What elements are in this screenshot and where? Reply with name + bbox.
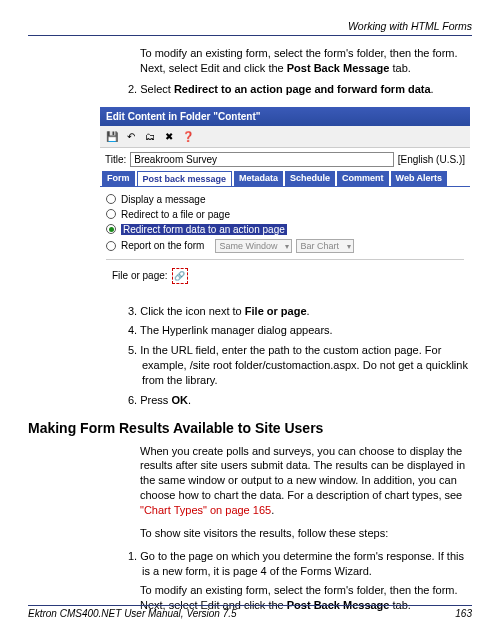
radio-label: Report on the form bbox=[121, 240, 204, 251]
radio-display-message[interactable]: Display a message bbox=[106, 192, 464, 207]
radio-icon-selected[interactable] bbox=[106, 224, 116, 234]
header-right: Working with HTML Forms bbox=[28, 20, 472, 32]
footer-rule bbox=[28, 605, 472, 606]
select-chart[interactable]: Bar Chart bbox=[296, 239, 354, 253]
tab-comment[interactable]: Comment bbox=[337, 171, 389, 186]
undo-icon[interactable]: ↶ bbox=[123, 129, 138, 144]
title-row: Title: [English (U.S.)] bbox=[100, 148, 470, 171]
report-selects: Same Window Bar Chart bbox=[215, 239, 354, 253]
tab-metadata[interactable]: Metadata bbox=[234, 171, 283, 186]
step-b1: 1. Go to the page on which you determine… bbox=[128, 549, 472, 579]
toolbar: 💾 ↶ 🗂 ✖ ❓ bbox=[100, 126, 470, 148]
radio-icon[interactable] bbox=[106, 209, 116, 219]
radio-label: Redirect form data to an action page bbox=[121, 224, 287, 235]
step-3-num: 3. bbox=[128, 305, 137, 317]
step-b1-num: 1. bbox=[128, 550, 137, 562]
para1-text: When you create polls and surveys, you c… bbox=[140, 445, 465, 502]
section-heading: Making Form Results Available to Site Us… bbox=[28, 420, 472, 436]
step-2: 2. Select Redirect to an action page and… bbox=[128, 82, 472, 97]
radio-label: Redirect to a file or page bbox=[121, 209, 230, 220]
step-2-text: Select bbox=[140, 83, 174, 95]
step-5-text: In the URL field, enter the path to the … bbox=[140, 344, 468, 386]
step-4: 4. The Hyperlink manager dialog appears. bbox=[128, 323, 472, 338]
footer-right: 163 bbox=[455, 608, 472, 619]
radio-icon[interactable] bbox=[106, 241, 116, 251]
step-2-tail: . bbox=[431, 83, 434, 95]
footer-left: Ektron CMS400.NET User Manual, Version 7… bbox=[28, 608, 237, 619]
step-b1-text: Go to the page on which you determine th… bbox=[140, 550, 464, 577]
footer: Ektron CMS400.NET User Manual, Version 7… bbox=[28, 605, 472, 619]
intro-tail: tab. bbox=[389, 62, 410, 74]
refresh-icon[interactable]: 🗂 bbox=[142, 129, 157, 144]
save-icon[interactable]: 💾 bbox=[104, 129, 119, 144]
step-4-text: The Hyperlink manager dialog appears. bbox=[140, 324, 333, 336]
chart-types-link[interactable]: "Chart Types" on page 165 bbox=[140, 504, 271, 516]
para1-tail: . bbox=[271, 504, 274, 516]
step-6: 6. Press OK. bbox=[128, 393, 472, 408]
step-2-num: 2. bbox=[128, 83, 137, 95]
intro-bold: Post Back Message bbox=[287, 62, 390, 74]
step-6-text: Press bbox=[140, 394, 171, 406]
step-3: 3. Click the icon next to File or page. bbox=[128, 304, 472, 319]
tab-post-back-message[interactable]: Post back message bbox=[137, 171, 233, 186]
embedded-screenshot: Edit Content in Folder "Content" 💾 ↶ 🗂 ✖… bbox=[100, 107, 470, 294]
radio-report[interactable]: Report on the form Same Window Bar Chart bbox=[106, 237, 464, 255]
radio-icon[interactable] bbox=[106, 194, 116, 204]
radio-redirect-file[interactable]: Redirect to a file or page bbox=[106, 207, 464, 222]
select-window[interactable]: Same Window bbox=[215, 239, 292, 253]
body-para-2: To show site visitors the results, follo… bbox=[140, 526, 472, 541]
body-para-1: When you create polls and surveys, you c… bbox=[140, 444, 472, 518]
intro-paragraph: To modify an existing form, select the f… bbox=[140, 46, 472, 76]
step-3-bold: File or page bbox=[245, 305, 307, 317]
divider bbox=[106, 259, 464, 260]
title-input[interactable] bbox=[130, 152, 393, 167]
step-5-num: 5. bbox=[128, 344, 137, 356]
title-label: Title: bbox=[105, 154, 126, 165]
step-2-bold: Redirect to an action page and forward f… bbox=[174, 83, 431, 95]
file-page-label: File or page: bbox=[112, 270, 168, 281]
step-6-bold: OK bbox=[171, 394, 188, 406]
help-icon[interactable]: ❓ bbox=[180, 129, 195, 144]
tab-form[interactable]: Form bbox=[102, 171, 135, 186]
tab-schedule[interactable]: Schedule bbox=[285, 171, 335, 186]
radio-label: Display a message bbox=[121, 194, 205, 205]
step-5: 5. In the URL field, enter the path to t… bbox=[128, 343, 472, 388]
step-3-text: Click the icon next to bbox=[140, 305, 245, 317]
step-6-tail: . bbox=[188, 394, 191, 406]
step-3-tail: . bbox=[307, 305, 310, 317]
tab-web-alerts[interactable]: Web Alerts bbox=[391, 171, 448, 186]
hyperlink-icon[interactable]: 🔗 bbox=[172, 268, 188, 284]
file-or-page-row: File or page: 🔗 bbox=[106, 266, 464, 286]
tab-body: Display a message Redirect to a file or … bbox=[100, 186, 470, 294]
step-6-num: 6. bbox=[128, 394, 137, 406]
radio-redirect-action[interactable]: Redirect form data to an action page bbox=[106, 222, 464, 237]
tabs: Form Post back message Metadata Schedule… bbox=[100, 171, 470, 186]
language-label: [English (U.S.)] bbox=[398, 154, 465, 165]
header-rule bbox=[28, 35, 472, 36]
step-4-num: 4. bbox=[128, 324, 137, 336]
delete-icon[interactable]: ✖ bbox=[161, 129, 176, 144]
window-title: Edit Content in Folder "Content" bbox=[100, 107, 470, 126]
